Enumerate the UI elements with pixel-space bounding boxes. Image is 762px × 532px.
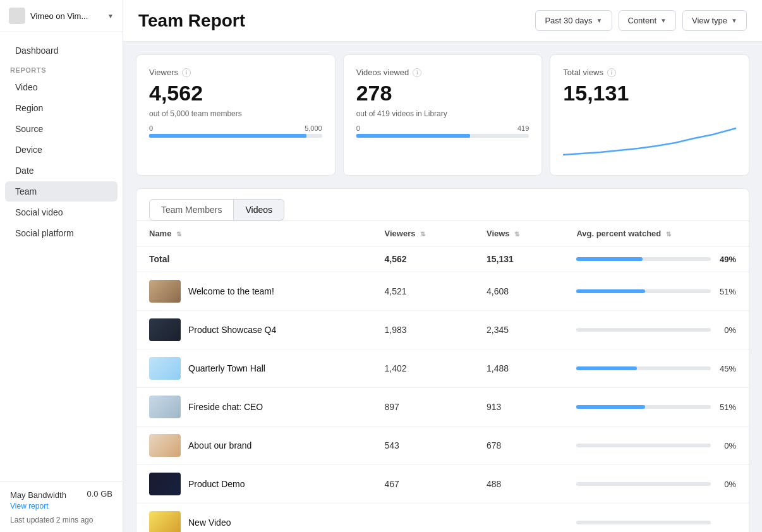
video-avg-pct: 0% [564,465,749,504]
video-name: About our brand [188,440,251,450]
sidebar-item-social-video[interactable]: Social video [5,202,118,222]
table-section: Team Members Videos Name ⇅ Viewers ⇅ [136,188,749,532]
viewers-bar-max: 5,000 [305,124,322,132]
videos-bar-fill [356,134,471,138]
video-name: Product Showcase Q4 [188,325,276,335]
video-viewers: 543 [372,426,474,465]
video-thumbnail [149,280,181,303]
table-row: About our brand 543 678 0% [136,426,749,465]
table-row: Product Demo 467 488 0% [136,465,749,504]
total-progress-track [576,257,711,261]
sort-icon: ⇅ [420,231,425,238]
video-views: 913 [474,388,564,426]
time-filter-label: Past 30 days [545,16,592,25]
video-views: 488 [474,465,564,504]
view-type-button[interactable]: View type ▼ [682,10,747,31]
video-viewers: 1,983 [372,311,474,349]
sidebar-item-region[interactable]: Region [5,98,118,118]
video-thumbnail [149,473,181,495]
header-actions: Past 30 days ▼ Content ▼ View type ▼ [535,10,747,31]
sort-icon: ⇅ [514,231,519,238]
videos-table: Name ⇅ Viewers ⇅ Views ⇅ [136,221,749,532]
total-viewers: 4,562 [372,246,474,272]
total-views: 15,131 [474,246,564,272]
total-views-card: Total views i 15,131 [550,54,749,176]
video-thumbnail [149,434,181,457]
video-name-cell: Welcome to the team! [136,272,372,311]
video-thumbnail [149,511,181,532]
videos-viewed-label: Videos viewed i [356,68,529,77]
progress-track [576,482,711,486]
page-header: Team Report Past 30 days ▼ Content ▼ Vie… [123,0,762,42]
total-views-value: 15,131 [563,81,736,106]
progress-fill [576,289,644,293]
sidebar-item-device[interactable]: Device [5,140,118,160]
progress-pct: 0% [717,441,736,450]
content-filter-button[interactable]: Content ▼ [619,10,676,31]
videos-viewed-sub: out of 419 videos in Library [356,109,529,118]
videos-bar-min: 0 [356,124,360,132]
viewers-value: 4,562 [149,81,322,106]
total-avg-pct: 49% [564,246,749,272]
total-row: Total 4,562 15,131 49% [136,246,749,272]
video-name-cell: Fireside chat: CEO [136,388,372,426]
video-avg-pct: 0% [564,311,749,349]
view-report-link[interactable]: View report [10,502,112,511]
video-thumbnail [149,318,181,341]
sidebar-item-team[interactable]: Team [5,181,118,202]
table-row: Quarterly Town Hall 1,402 1,488 45% [136,349,749,388]
progress-fill [576,366,637,370]
chevron-down-icon: ▼ [731,17,737,24]
workspace-chevron-icon: ▼ [107,13,114,20]
workspace-logo [9,8,25,24]
video-name-cell: Product Showcase Q4 [136,311,372,349]
progress-track [576,328,711,332]
progress-pct: 0% [717,480,736,489]
tab-team-members[interactable]: Team Members [149,199,234,221]
total-name: Total [136,246,372,272]
time-filter-button[interactable]: Past 30 days ▼ [535,10,612,31]
viewers-bar-min: 0 [149,124,153,132]
total-views-chart [563,109,736,160]
workspace-name: Vimeo on Vim... [30,11,102,21]
bandwidth-label: May Bandwidth [10,490,66,500]
sidebar-nav: Dashboard REPORTS Video Region Source De… [0,32,123,481]
video-avg-pct: 0% [564,426,749,465]
table-row: New Video [136,504,749,533]
progress-pct: 0% [717,325,736,335]
sidebar-item-date[interactable]: Date [5,160,118,181]
video-name: Product Demo [188,479,245,489]
videos-viewed-card: Videos viewed i 278 out of 419 videos in… [343,54,543,176]
chevron-down-icon: ▼ [660,17,667,24]
progress-track [576,521,711,524]
video-views: 678 [474,426,564,465]
total-progress-fill [576,257,642,261]
main-content: Team Report Past 30 days ▼ Content ▼ Vie… [123,0,762,532]
col-name: Name ⇅ [136,221,372,246]
tab-videos[interactable]: Videos [234,199,284,221]
sidebar-item-video[interactable]: Video [5,77,118,97]
col-avg-percent: Avg. percent watched ⇅ [564,221,749,246]
progress-track [576,366,711,370]
videos-viewed-bar: 0 419 [356,124,529,138]
total-progress-pct: 49% [717,255,736,264]
sidebar-item-social-platform[interactable]: Social platform [5,223,118,243]
stats-row: Viewers i 4,562 out of 5,000 team member… [136,54,749,176]
chevron-down-icon: ▼ [596,17,603,24]
video-name-cell: Product Demo [136,465,372,504]
col-views: Views ⇅ [474,221,564,246]
sidebar: Vimeo on Vim... ▼ Dashboard REPORTS Vide… [0,0,123,532]
video-viewers: 897 [372,388,474,426]
progress-fill [576,405,644,409]
sidebar-item-source[interactable]: Source [5,119,118,139]
col-viewers: Viewers ⇅ [372,221,474,246]
view-type-label: View type [692,16,727,25]
viewers-label: Viewers i [149,68,322,77]
videos-bar-max: 419 [517,124,529,132]
video-viewers: 4,521 [372,272,474,311]
video-name-cell: New Video [136,504,372,533]
table-row: Fireside chat: CEO 897 913 51% [136,388,749,426]
sidebar-item-dashboard[interactable]: Dashboard [5,40,118,61]
workspace-selector[interactable]: Vimeo on Vim... ▼ [0,0,123,32]
table-row: Product Showcase Q4 1,983 2,345 0% [136,311,749,349]
